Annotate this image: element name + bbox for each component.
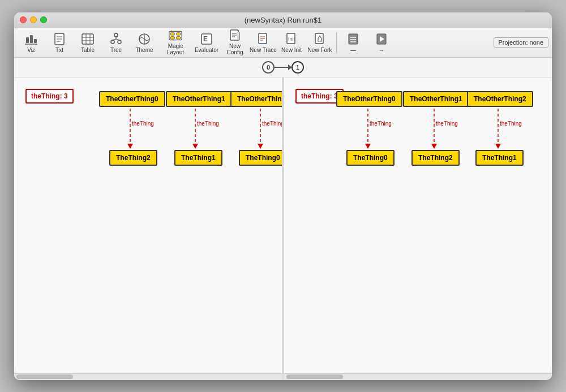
svg-rect-0 [26,37,29,43]
svg-marker-61 [495,144,501,149]
extra-icon [375,32,388,46]
left-thing-node-2: TheThing0 [239,150,282,166]
left-thing-node-1: TheThing1 [174,150,222,166]
table-button[interactable]: Table [74,30,101,55]
svg-point-14 [111,40,114,44]
left-scrollbar-thumb[interactable] [16,374,73,379]
right-thing-node-1: TheThing2 [411,150,460,166]
new-config-button[interactable]: New Config [221,30,248,55]
svg-rect-1 [30,35,33,43]
more-icon [346,32,360,46]
right-diagram: theThing: 3 TheOtherThing0 TheOtherThing… [295,89,541,202]
svg-rect-8 [82,34,93,44]
svg-text:theThing: theThing [262,120,282,127]
evaluator-button[interactable]: E Evaluator [193,30,220,55]
toolbar-separator [336,32,337,53]
txt-icon [53,32,66,46]
svg-rect-24 [170,37,174,39]
table-icon [81,32,95,46]
magic-layout-button[interactable]: Magic Layout [159,30,192,55]
svg-rect-25 [177,37,181,39]
svg-text:Init: Init [288,36,295,42]
tree-icon [109,32,123,46]
projection-badge: Projection: none [494,37,549,48]
window-title: (newSyntax) Run run$1 [245,16,322,24]
svg-text:theThing: theThing [436,120,458,127]
evaluator-icon: E [200,32,213,46]
left-other-node-0: TheOtherThing0 [99,91,165,107]
main-window: (newSyntax) Run run$1 Viz [14,12,552,380]
title-bar: (newSyntax) Run run$1 [14,12,552,28]
tree-button[interactable]: Tree [102,30,130,55]
new-config-icon [228,29,242,42]
new-init-button[interactable]: Init New Init [278,30,305,55]
right-thing-node-0: TheThing0 [346,150,395,166]
svg-line-18 [116,39,119,40]
svg-rect-2 [34,39,37,43]
svg-rect-39 [349,34,358,44]
svg-rect-38 [315,33,323,44]
left-other-node-1: TheOtherThing1 [166,91,232,107]
svg-text:theThing: theThing [370,120,392,127]
svg-marker-49 [192,144,198,149]
left-thing-node-0: TheThing2 [109,150,157,166]
minimize-button[interactable] [30,16,37,23]
svg-rect-23 [177,33,181,35]
nav-node-1[interactable]: 1 [291,61,304,74]
svg-marker-55 [365,144,371,149]
svg-marker-58 [431,144,437,149]
viz-button[interactable]: Viz [18,30,45,55]
new-trace-button[interactable]: New Trace [250,30,277,55]
new-fork-icon [313,32,327,46]
close-button[interactable] [20,16,27,23]
nav-node-0[interactable]: 0 [262,61,275,74]
run-navigation: 0 1 [14,58,552,77]
left-diagram: theThing: 3 TheOtherThing0 TheOtherThing… [25,89,271,202]
main-content: theThing: 3 TheOtherThing0 TheOtherThing… [14,77,552,373]
extra-button[interactable]: → [368,30,395,55]
new-trace-icon [256,32,270,46]
traffic-lights [20,16,47,23]
viz-icon [24,32,38,46]
svg-text:theThing: theThing [197,120,219,127]
theme-button[interactable]: Theme [131,30,158,55]
new-fork-button[interactable]: New Fork [306,30,333,55]
right-scrollbar-thumb[interactable] [286,374,343,379]
svg-text:theThing: theThing [500,120,522,127]
magic-layout-icon [169,29,182,42]
new-init-icon: Init [285,32,298,46]
toolbar: Viz Txt [14,28,552,58]
maximize-button[interactable] [40,16,47,23]
left-pane: theThing: 3 TheOtherThing0 TheOtherThing… [14,77,282,373]
right-other-node-1: TheOtherThing1 [403,91,469,107]
svg-line-17 [113,39,116,40]
right-other-node-2: TheOtherThing2 [467,91,533,107]
right-thing-node-2: TheThing1 [475,150,524,166]
left-other-node-2: TheOtherThing2 [230,91,282,107]
theme-icon [138,32,151,46]
svg-marker-52 [258,144,263,149]
nav-arrow [275,67,291,68]
svg-marker-46 [127,144,133,149]
svg-text:E: E [203,35,208,43]
right-pane: theThing: 3 TheOtherThing0 TheOtherThing… [284,77,552,373]
svg-point-13 [114,33,118,37]
more-button[interactable]: — [340,30,367,55]
txt-button[interactable]: Txt [46,30,73,55]
right-other-node-0: TheOtherThing0 [336,91,402,107]
svg-rect-22 [170,33,174,35]
scrollbar-area [14,373,552,380]
svg-point-15 [118,40,121,44]
svg-text:theThing: theThing [132,120,154,127]
left-thing-label: theThing: 3 [25,89,74,104]
